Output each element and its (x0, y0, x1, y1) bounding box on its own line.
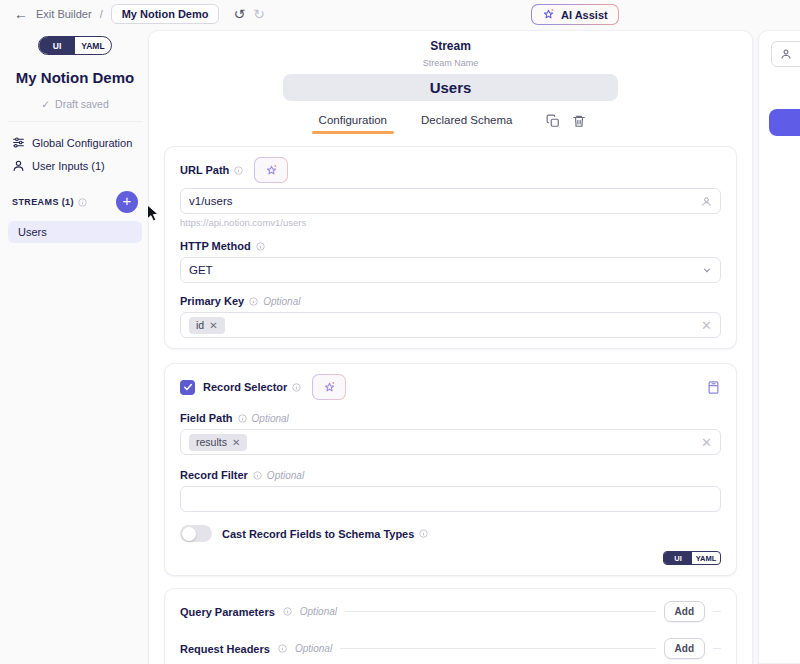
tab-configuration[interactable]: Configuration (315, 112, 391, 134)
record-selector-checkbox[interactable] (180, 380, 195, 395)
divider (8, 121, 142, 122)
active-tab-indicator (312, 131, 394, 134)
panel-title: Stream (149, 39, 752, 53)
query-parameters-label: Query Parameters (180, 606, 275, 618)
redo-icon[interactable]: ↻ (253, 6, 265, 22)
info-icon (249, 297, 258, 306)
delete-stream-icon[interactable] (572, 114, 586, 128)
http-method-value: GET (189, 264, 696, 276)
url-preview: https://api.notion.comv1/users (180, 217, 721, 228)
http-method-select[interactable]: GET (180, 257, 721, 283)
check-icon: ✓ (41, 98, 50, 110)
user-icon (780, 48, 792, 60)
url-path-input[interactable] (180, 188, 721, 214)
url-path-label: URL Path (180, 164, 229, 176)
draft-status-label: Draft saved (55, 98, 109, 110)
sidebar-stream-users[interactable]: Users (8, 221, 142, 243)
info-icon (292, 383, 301, 392)
sidebar-item-user-inputs[interactable]: User Inputs (1) (8, 154, 142, 177)
testing-values-menu[interactable] (771, 41, 800, 67)
ai-assist-label: AI Assist (561, 9, 608, 21)
toggle-ui-option[interactable]: UI (664, 552, 692, 564)
sidebar-item-label: Global Configuration (32, 137, 132, 149)
optional-label: Optional (300, 606, 337, 617)
toggle-yaml-option[interactable]: YAML (75, 37, 111, 54)
http-method-label: HTTP Method (180, 240, 251, 252)
clear-input-icon[interactable]: ✕ (701, 435, 712, 450)
record-selector-card: Record Selector Field Path (164, 363, 737, 576)
sidebar-item-global-configuration[interactable]: Global Configuration (8, 131, 142, 154)
query-parameters-row: Query Parameters Optional Add (180, 601, 721, 622)
sliders-icon (12, 136, 25, 149)
record-selector-label: Record Selector (203, 381, 287, 393)
optional-label: Optional (295, 643, 332, 654)
tab-declared-schema[interactable]: Declared Schema (417, 112, 516, 134)
cast-record-fields-label: Cast Record Fields to Schema Types (222, 528, 414, 540)
ui-yaml-toggle[interactable]: UI YAML (38, 36, 112, 55)
docs-icon[interactable] (706, 380, 721, 395)
stream-name-label: Stream Name (149, 58, 752, 68)
url-path-ai-button[interactable] (254, 157, 288, 183)
chevron-down-icon (702, 265, 712, 275)
toggle-yaml-option[interactable]: YAML (692, 552, 720, 564)
info-icon (283, 607, 292, 616)
optional-label: Optional (252, 413, 289, 424)
tag-label: results (196, 436, 227, 448)
connector-title: My Notion Demo (8, 69, 142, 86)
sparkle-star-icon (542, 8, 555, 21)
sidebar-item-label: User Inputs (1) (32, 160, 105, 172)
stream-tabs: Configuration Declared Schema (149, 112, 752, 134)
divider (345, 611, 656, 612)
streams-header-row: STREAMS (1) + (8, 191, 142, 213)
tag-chip: results ✕ (189, 434, 247, 451)
exit-builder-link[interactable]: Exit Builder (36, 8, 92, 20)
stream-name-field[interactable]: Users (283, 74, 618, 101)
url-path-input-field[interactable] (189, 195, 695, 207)
draft-status: ✓ Draft saved (8, 98, 142, 110)
user-input-icon[interactable] (701, 196, 712, 207)
info-icon (253, 471, 262, 480)
record-filter-input[interactable] (180, 486, 721, 512)
builder-sidebar: UI YAML My Notion Demo ✓ Draft saved Glo… (8, 36, 142, 243)
remove-tag-icon[interactable]: ✕ (209, 320, 217, 331)
tab-configuration-label: Configuration (319, 114, 387, 126)
request-headers-label: Request Headers (180, 643, 270, 655)
add-query-parameter-button[interactable]: Add (664, 601, 705, 622)
info-icon (78, 198, 87, 207)
info-icon (238, 414, 247, 423)
info-icon (256, 242, 265, 251)
record-selector-ai-button[interactable] (312, 374, 346, 400)
breadcrumb: / (100, 8, 103, 20)
field-path-input[interactable]: results ✕ ✕ (180, 429, 721, 455)
record-filter-label: Record Filter (180, 469, 248, 481)
tag-label: id (196, 319, 204, 331)
add-request-header-button[interactable]: Add (664, 638, 705, 659)
tag-chip: id ✕ (189, 317, 225, 334)
optional-label: Optional (267, 470, 304, 481)
record-filter-input-field[interactable] (189, 493, 712, 505)
undo-icon[interactable]: ↺ (233, 6, 245, 22)
info-icon (278, 644, 287, 653)
divider (340, 648, 655, 649)
optional-label: Optional (263, 296, 300, 307)
divider (713, 611, 721, 612)
testing-panel (758, 30, 800, 664)
add-stream-button[interactable]: + (116, 191, 138, 213)
info-icon (234, 166, 243, 175)
copy-icon[interactable] (546, 114, 560, 128)
field-path-label: Field Path (180, 412, 233, 424)
clear-input-icon[interactable]: ✕ (701, 318, 712, 333)
ai-assist-button[interactable]: AI Assist (531, 4, 619, 25)
cast-record-fields-toggle[interactable] (180, 525, 212, 542)
back-arrow-icon[interactable]: ← (14, 6, 28, 22)
record-selector-ui-yaml-toggle[interactable]: UI YAML (663, 551, 721, 565)
divider (713, 648, 721, 649)
request-parameters-card: Query Parameters Optional Add Request He… (164, 588, 737, 664)
remove-tag-icon[interactable]: ✕ (232, 437, 240, 448)
test-stream-button[interactable] (769, 109, 800, 136)
request-headers-row: Request Headers Optional Add (180, 638, 721, 659)
project-name-field[interactable]: My Notion Demo (111, 4, 220, 24)
primary-key-input[interactable]: id ✕ ✕ (180, 312, 721, 338)
toggle-ui-option[interactable]: UI (39, 37, 75, 54)
stream-config-panel: Stream Stream Name Users Configuration D… (148, 30, 753, 664)
